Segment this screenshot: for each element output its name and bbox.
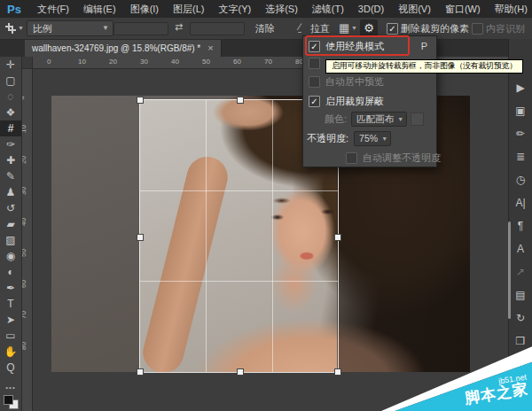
libraries-panel-icon[interactable]: ▤ [512,287,529,303]
crop-tool-preset-icon[interactable] [5,23,16,34]
close-tab-icon[interactable]: × [207,43,213,53]
ruler-corner [21,57,33,69]
clone-source-panel-icon[interactable]: ▣ [512,103,529,119]
crop-handle-mid-right[interactable] [334,234,341,241]
menu-item[interactable]: 视图(V) [391,0,438,18]
menu-item[interactable]: 帮助(H) [488,0,532,18]
brush-tool[interactable]: ✎ [0,168,21,184]
tool-icon: ▨ [5,235,15,245]
menu-item[interactable]: 图层(L) [166,0,211,18]
actions-panel-icon[interactable]: ▶ [512,80,529,96]
opacity-label: 不透明度: [307,132,348,145]
auto-adjust-checkbox [346,152,357,164]
thirds-grid-line [140,281,338,282]
tool-icon: ✎ [6,171,15,182]
menu-item[interactable]: 3D(D) [351,0,391,18]
menu-item[interactable]: 文字(Y) [211,0,258,18]
tool-icon: ◌ [7,91,13,102]
more-tools-icon[interactable]: ••• [0,384,21,392]
eraser-tool[interactable]: ▰ [0,216,21,232]
paragraph-panel-icon[interactable]: ¶ [512,218,529,234]
color-select[interactable]: 匹配画布 ▼ [351,112,407,127]
preset-caret-icon[interactable]: ▼ [18,25,24,31]
ratio-select[interactable]: 比例 ▼ [27,20,113,36]
pen-tool[interactable]: ✒ [0,280,21,296]
overlay-caret-icon[interactable]: ▼ [351,25,357,31]
crop-shield-item[interactable]: ✓ 启用裁剪屏蔽 [303,93,436,109]
crop-handle-mid-left[interactable] [137,234,144,241]
menu-item[interactable]: 编辑(E) [76,0,123,18]
zoom-tool[interactable]: Q [0,360,21,376]
threed-panel-icon[interactable]: ❒ [512,333,529,349]
scrollbar[interactable] [508,221,511,319]
marquee-tool[interactable]: ▢ [0,73,21,89]
menu-item[interactable]: 滤镜(T) [305,0,351,18]
ruler-number: 20 [21,156,27,164]
crop-tool[interactable]: # [0,120,21,136]
tool-icon: ✋ [4,346,18,357]
overlay-options-icon[interactable]: ▦ [339,21,349,35]
delete-pixels-checkbox[interactable]: ✓ [387,23,398,35]
crop-handle-bottom-center[interactable] [237,368,244,376]
device-preview-icon[interactable]: ▯ [512,356,529,372]
crop-shield-checkbox[interactable]: ✓ [309,96,320,107]
history-brush-tool[interactable]: ↺ [0,200,21,216]
document-tab[interactable]: wallhaven-324769.jpg @ 15.8%(RGB/8#) * × [25,39,222,57]
move-tool[interactable]: ✛ [0,57,21,73]
foreground-color-swatch[interactable] [4,395,13,405]
crop-handle-bottom-left[interactable] [137,368,144,376]
straighten-label: 拉直 [310,22,330,35]
crop-handle-top-center[interactable] [237,97,244,104]
swap-dimensions-icon[interactable]: ⇄ [175,21,183,33]
opacity-select[interactable]: 75% ▼ [354,131,391,146]
gradient-tool[interactable]: ▨ [0,232,21,248]
healing-brush-tool[interactable]: ✚ [0,152,21,168]
properties-panel-icon[interactable]: ≣ [512,149,529,165]
ruler-number: 10 [21,125,27,133]
brush-settings-panel-icon[interactable]: ✏ [512,126,529,142]
menu-item[interactable]: 图像(I) [123,0,166,18]
quick-selection-tool[interactable]: ❖ [0,105,21,120]
eyedropper-tool[interactable]: ✑ [0,136,21,152]
menu-item[interactable]: 选择(S) [258,0,305,18]
document-tab-bar: wallhaven-324769.jpg @ 15.8%(RGB/8#) * × [0,39,532,57]
crop-settings-gear-icon[interactable]: ⚙ [360,19,378,36]
sync-icon[interactable]: ↻ [512,310,529,326]
shape-tool[interactable]: ▭ [0,328,21,344]
menu-item[interactable]: 文件(F) [30,0,76,18]
opacity-select-value: 75% [359,133,378,143]
crop-height-input[interactable] [190,22,245,35]
options-bar: ▼ 比例 ▼ ⇄ 清除 ∕ 拉直 ▦ ▼ ⚙ ✓ 删除裁剪的像素 内容识别 [0,18,532,40]
crop-width-input[interactable] [113,22,168,35]
glyphs-panel-icon[interactable]: A [512,241,529,257]
hidden-item-checkbox[interactable] [309,58,320,69]
share-icon[interactable]: ↗ [512,264,529,280]
panel-dock: ▶ ▣ ✏ ≣ ◷ A| ¶ [508,39,532,411]
clear-button[interactable]: 清除 [255,22,275,35]
tool-icon: Q [6,362,14,373]
thirds-grid-line [272,100,273,372]
ruler-number: 40 [171,58,179,66]
chevron-down-icon: ▼ [381,132,387,145]
hand-tool[interactable]: ✋ [0,344,21,360]
ruler-number: 10 [78,58,86,66]
menu-item[interactable]: 窗口(W) [438,0,488,18]
dodge-tool[interactable]: ◐ [0,264,21,280]
clone-stamp-tool[interactable]: ♟ [0,184,21,200]
lasso-tool[interactable]: ◌ [0,89,21,105]
tool-icon: ▰ [6,219,14,229]
crop-handle-bottom-right[interactable] [334,368,341,376]
dock-icon-glyph: ▶ [516,81,524,94]
blur-tool[interactable]: ◉ [0,248,21,264]
crop-handle-top-left[interactable] [137,97,144,104]
shield-color-swatch[interactable] [411,112,424,126]
ruler-number: 80 [21,342,27,350]
straighten-icon[interactable]: ∕ [298,21,301,33]
character-panel-icon[interactable]: A| [512,195,529,211]
path-selection-tool[interactable]: ➤ [0,312,21,328]
ruler-number: 0 [47,58,51,66]
content-aware-checkbox[interactable] [472,23,483,35]
type-tool[interactable]: T [0,296,21,312]
timeline-panel-icon[interactable]: ◷ [512,172,529,188]
dock-icon-glyph: ▯ [518,358,524,370]
